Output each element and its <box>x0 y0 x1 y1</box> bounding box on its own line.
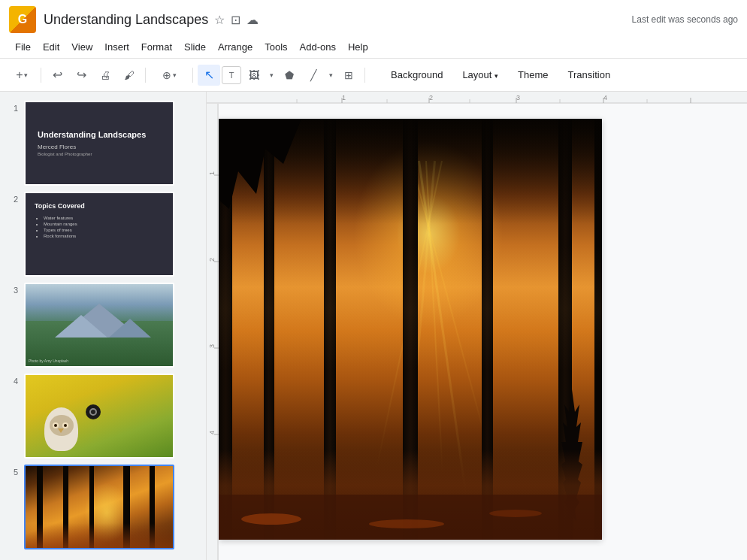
list-item: Rock formations <box>44 234 164 238</box>
zoom-icon: ⊕ <box>162 69 171 81</box>
slide-role-text: Biologist and Photographer <box>38 152 161 156</box>
slide-number: 2 <box>6 192 18 204</box>
ruler-h-svg: 1 2 3 4 <box>207 92 747 104</box>
toolbar: + ▾ ↩ ↪ 🖨 🖌 ⊕ ▾ ↖ T 🖼 ▾ ⬟ ╱ ▾ ⊞ Backgrou… <box>0 59 747 92</box>
cloud-icon[interactable]: ☁ <box>246 13 259 27</box>
line-dropdown[interactable]: ▾ <box>325 65 336 86</box>
slide-item[interactable]: 1 Understanding Landscapes Merced Flores… <box>0 98 206 189</box>
print-button[interactable]: 🖨 <box>94 65 116 86</box>
menu-file[interactable]: File <box>9 39 37 55</box>
slide-title-text: Topics Covered <box>35 202 164 210</box>
add-slide-button[interactable]: + ▾ <box>8 65 36 86</box>
menu-format[interactable]: Format <box>135 39 178 55</box>
select-tool-button[interactable]: ↖ <box>198 65 220 86</box>
list-item: Types of trees <box>44 228 164 232</box>
slide-thumbnail[interactable] <box>24 465 174 549</box>
list-item: Mountain ranges <box>44 222 164 226</box>
slide-list: Water features Mountain ranges Types of … <box>35 216 164 238</box>
doc-title[interactable]: Understanding Landscapes <box>44 12 208 28</box>
slide-number: 5 <box>6 465 18 477</box>
separator-3 <box>192 68 193 83</box>
menu-insert[interactable]: Insert <box>98 39 135 55</box>
slide-thumbnail[interactable]: Topics Covered Water features Mountain r… <box>24 192 174 277</box>
svg-rect-0 <box>207 92 747 104</box>
slide-number: 1 <box>6 101 18 113</box>
vertical-ruler: 1 2 3 4 <box>207 104 219 560</box>
star-icon[interactable]: ☆ <box>214 13 225 27</box>
svg-text:4: 4 <box>603 94 607 101</box>
slide-item[interactable]: 5 <box>0 462 206 552</box>
svg-text:2: 2 <box>208 258 216 262</box>
shapes-button[interactable]: ⬟ <box>278 65 301 86</box>
slide-author-text: Merced Flores <box>38 144 161 150</box>
ruler-v-svg: 1 2 3 4 <box>207 104 219 560</box>
separator-4 <box>364 68 365 83</box>
image-dropdown[interactable]: ▾ <box>266 65 277 86</box>
toolbar-right: Background Layout ▾ Theme Transition <box>382 65 619 86</box>
horizontal-ruler: 1 2 3 4 <box>207 92 747 104</box>
zoom-button[interactable]: ⊕ ▾ <box>150 65 188 86</box>
title-bar: G Understanding Landscapes ☆ ⊡ ☁ Last ed… <box>0 0 747 36</box>
menu-tools[interactable]: Tools <box>259 39 293 55</box>
app-icon: G <box>9 6 36 33</box>
redo-button[interactable]: ↪ <box>70 65 92 86</box>
slide-item[interactable]: 2 Topics Covered Water features Mountain… <box>0 189 206 280</box>
line-button-group: ╱ ▾ <box>302 65 336 86</box>
textbox-button[interactable]: T <box>222 66 241 84</box>
slide-number: 3 <box>6 283 18 295</box>
separator-1 <box>41 68 41 83</box>
slide-item[interactable]: 4 <box>0 371 206 462</box>
drive-icon[interactable]: ⊡ <box>231 13 240 27</box>
canvas-container[interactable] <box>219 104 747 560</box>
slide-thumbnail[interactable] <box>24 374 174 459</box>
slide-thumbnail[interactable]: Photo by Amy Unsplash <box>24 283 174 368</box>
doc-title-area: Understanding Landscapes ☆ ⊡ ☁ <box>44 12 632 28</box>
menu-addons[interactable]: Add-ons <box>294 39 342 55</box>
slide-panel[interactable]: 1 Understanding Landscapes Merced Flores… <box>0 92 207 560</box>
transition-button[interactable]: Transition <box>559 65 620 86</box>
menu-arrange[interactable]: Arrange <box>212 39 259 55</box>
slide-item[interactable]: 3 Photo by Amy Unsplash <box>0 280 206 371</box>
image-button-group: 🖼 ▾ <box>243 65 277 86</box>
image-button[interactable]: 🖼 <box>243 65 265 86</box>
comment-button[interactable]: ⊞ <box>337 65 360 86</box>
doc-title-row: Understanding Landscapes ☆ ⊡ ☁ <box>44 12 632 28</box>
svg-text:1: 1 <box>208 171 216 175</box>
main-area: 1 Understanding Landscapes Merced Flores… <box>0 92 747 560</box>
slide-caption: Photo by Amy Unsplash <box>29 359 68 363</box>
slide-thumbnail[interactable]: Understanding Landscapes Merced Flores B… <box>24 101 174 186</box>
menu-bar: File Edit View Insert Format Slide Arran… <box>0 36 747 59</box>
line-button[interactable]: ╱ <box>302 65 325 86</box>
last-edit-status: Last edit was seconds ago <box>632 14 738 25</box>
menu-view[interactable]: View <box>65 39 98 55</box>
undo-button[interactable]: ↩ <box>46 65 68 86</box>
separator-2 <box>145 68 146 83</box>
svg-text:3: 3 <box>516 94 520 101</box>
svg-text:3: 3 <box>208 344 216 348</box>
list-item: Water features <box>44 216 164 220</box>
svg-text:2: 2 <box>429 94 433 101</box>
chevron-down-icon: ▾ <box>24 71 28 79</box>
menu-edit[interactable]: Edit <box>37 39 65 55</box>
chevron-down-icon: ▾ <box>173 71 177 79</box>
svg-text:4: 4 <box>208 431 216 434</box>
layout-button[interactable]: Layout ▾ <box>453 65 507 86</box>
slide-title-text: Understanding Landscapes <box>38 130 161 139</box>
menu-slide[interactable]: Slide <box>178 39 212 55</box>
plus-icon: + <box>16 68 23 82</box>
background-button[interactable]: Background <box>382 65 452 86</box>
svg-text:1: 1 <box>342 94 346 101</box>
theme-button[interactable]: Theme <box>509 65 557 86</box>
canvas-area: 1 2 3 4 1 2 <box>207 92 747 560</box>
paint-format-button[interactable]: 🖌 <box>118 65 141 86</box>
menu-help[interactable]: Help <box>342 39 374 55</box>
slide-canvas[interactable] <box>219 119 602 540</box>
slide-number: 4 <box>6 374 18 386</box>
